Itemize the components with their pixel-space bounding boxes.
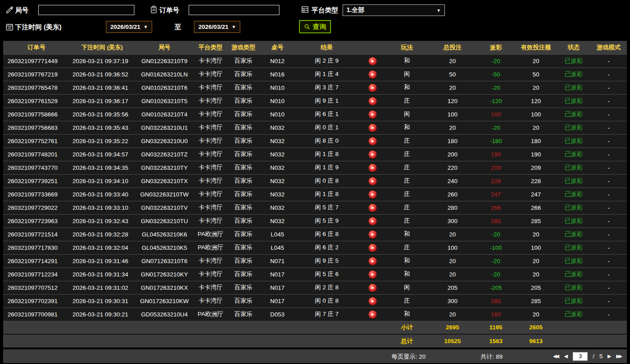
subtotal-spacer: [3, 321, 386, 334]
cell-payout: -180: [477, 134, 515, 148]
cell-play: ▶: [359, 94, 386, 108]
cell-bet-time: 2026-03-21 09:35:22: [70, 134, 134, 148]
cell-bet-time: 2026-03-21 09:32:28: [70, 228, 134, 241]
play-video-icon[interactable]: ▶: [369, 97, 376, 105]
cell-table-no: N032: [260, 174, 295, 188]
cell-valid-bet: 205: [515, 281, 557, 294]
play-video-icon[interactable]: ▶: [369, 271, 376, 278]
cell-table-no: N010: [260, 108, 295, 121]
cell-total-bet: 240: [428, 174, 477, 188]
header-result: 结果: [295, 41, 359, 54]
date-to-select[interactable]: 2026/03/21 ▼: [194, 21, 240, 33]
page-number-input[interactable]: [573, 352, 588, 361]
cell-valid-bet: 285: [515, 294, 557, 308]
play-video-icon[interactable]: ▶: [369, 84, 376, 92]
cell-status: 已派彩: [557, 268, 590, 281]
cell-game-mode: -: [590, 108, 627, 121]
cell-table-no: N032: [260, 121, 295, 134]
cell-valid-bet: 180: [515, 134, 557, 148]
cell-game-type: 百家乐: [226, 108, 260, 121]
order-no-input[interactable]: [189, 5, 279, 15]
platform-type-select[interactable]: 1.全部 ▼: [343, 4, 445, 16]
cell-valid-bet: 120: [515, 94, 557, 108]
header-table-no: 桌号: [260, 41, 295, 54]
cell-status: 已派彩: [557, 241, 590, 254]
prev-page-button[interactable]: ◀: [564, 353, 568, 359]
cell-valid-bet: 20: [515, 308, 557, 321]
cell-play: ▶: [359, 81, 386, 94]
cell-total-bet: 200: [428, 148, 477, 161]
play-video-icon[interactable]: ▶: [369, 137, 376, 145]
play-video-icon[interactable]: ▶: [369, 244, 376, 252]
cell-round-no: GN010263210T5: [134, 94, 194, 108]
cell-bet-time: 2026-03-21 09:36:52: [70, 68, 134, 81]
cell-order-no: 260321097700981: [3, 308, 70, 321]
play-video-icon[interactable]: ▶: [369, 311, 376, 318]
header-bet-time: 下注时间 (美东): [70, 41, 134, 54]
play-video-icon[interactable]: ▶: [369, 217, 376, 225]
play-video-icon[interactable]: ▶: [369, 191, 376, 198]
cell-payout: -20: [477, 81, 515, 94]
cell-table-no: N032: [260, 201, 295, 214]
play-video-icon[interactable]: ▶: [369, 57, 376, 65]
play-video-icon[interactable]: ▶: [369, 177, 376, 185]
cell-payout: -20: [477, 54, 515, 68]
search-button[interactable]: 查询: [299, 20, 331, 33]
cell-valid-bet: 20: [515, 254, 557, 268]
filter-bar: 局号 订单号 平台类型 1.全部 ▼ 下注时间 (美东) 2026/03/21 …: [0, 0, 630, 41]
cell-play: ▶: [359, 254, 386, 268]
last-page-button[interactable]: ▶▶: [616, 353, 622, 359]
play-video-icon[interactable]: ▶: [369, 297, 376, 305]
chevron-down-icon: ▼: [144, 24, 148, 29]
cell-valid-bet: 100: [515, 241, 557, 254]
table-row: 2603210977615292026-03-21 09:36:17GN0102…: [3, 94, 627, 108]
play-video-icon[interactable]: ▶: [369, 164, 376, 172]
play-video-icon[interactable]: ▶: [369, 124, 376, 132]
cell-payout: -20: [477, 121, 515, 134]
cell-platform: PA欧洲厅: [194, 241, 226, 254]
cell-round-no: GN032263210TV: [134, 201, 194, 214]
next-page-button[interactable]: ▶: [608, 353, 611, 359]
cell-bet-time: 2026-03-21 09:34:35: [70, 161, 134, 174]
cell-bet-time: 2026-03-21 09:36:17: [70, 94, 134, 108]
table-row: 2603210977290222026-03-21 09:33:10GN0322…: [3, 201, 627, 214]
play-video-icon[interactable]: ▶: [369, 111, 376, 118]
cell-result: 闲 2 庄 9: [295, 54, 359, 68]
cell-play: ▶: [359, 188, 386, 201]
cell-payout: -205: [477, 281, 515, 294]
cell-total-bet: 100: [428, 108, 477, 121]
cell-game-type: 百家乐: [226, 188, 260, 201]
cell-play: ▶: [359, 201, 386, 214]
play-video-icon[interactable]: ▶: [369, 231, 376, 238]
cell-game-type: 百家乐: [226, 228, 260, 241]
first-page-button[interactable]: ◀◀: [553, 353, 559, 359]
cell-status: 已派彩: [557, 134, 590, 148]
cell-table-no: N017: [260, 268, 295, 281]
cell-round-no: GN010263210T4: [134, 108, 194, 121]
cell-result: 闲 2 庄 8: [295, 281, 359, 294]
cell-play-method: 庄: [386, 188, 428, 201]
play-video-icon[interactable]: ▶: [369, 257, 376, 265]
date-from-select[interactable]: 2026/03/21 ▼: [106, 21, 152, 33]
cell-payout: 285: [477, 214, 515, 228]
play-video-icon[interactable]: ▶: [369, 71, 376, 78]
cell-total-bet: 20: [428, 54, 477, 68]
header-round-no: 局号: [134, 41, 194, 54]
chevron-down-icon: ▼: [232, 24, 236, 29]
cell-order-no: 260321097752761: [3, 134, 70, 148]
play-video-icon[interactable]: ▶: [369, 284, 376, 292]
cell-order-no: 260321097714291: [3, 254, 70, 268]
play-video-icon[interactable]: ▶: [369, 151, 376, 158]
cell-table-no: N032: [260, 188, 295, 201]
cell-order-no: 260321097717830: [3, 241, 70, 254]
cell-table-no: N032: [260, 161, 295, 174]
cell-game-type: 百家乐: [226, 308, 260, 321]
round-no-input[interactable]: [38, 5, 134, 15]
play-video-icon[interactable]: ▶: [369, 204, 376, 212]
table-header-row: 订单号 下注时间 (美东) 局号 平台类型 游戏类型 桌号 结果 玩法 总投注 …: [3, 41, 627, 54]
cell-game-type: 百家乐: [226, 161, 260, 174]
order-no-label: 订单号: [159, 6, 179, 15]
cell-game-type: 百家乐: [226, 174, 260, 188]
cell-play: ▶: [359, 294, 386, 308]
table-row: 2603210977023912026-03-21 09:30:31GN0172…: [3, 294, 627, 308]
